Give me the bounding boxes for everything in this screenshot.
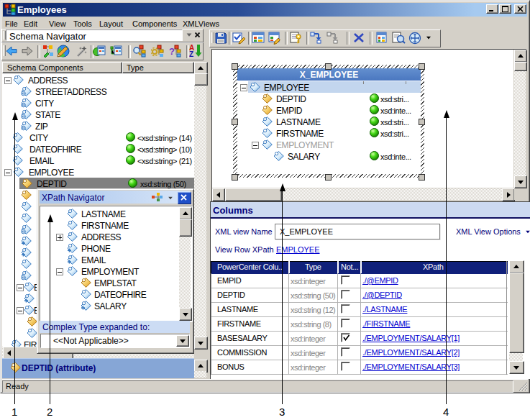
svg-text:Z: Z bbox=[189, 50, 193, 58]
svg-text:?: ? bbox=[169, 46, 175, 57]
